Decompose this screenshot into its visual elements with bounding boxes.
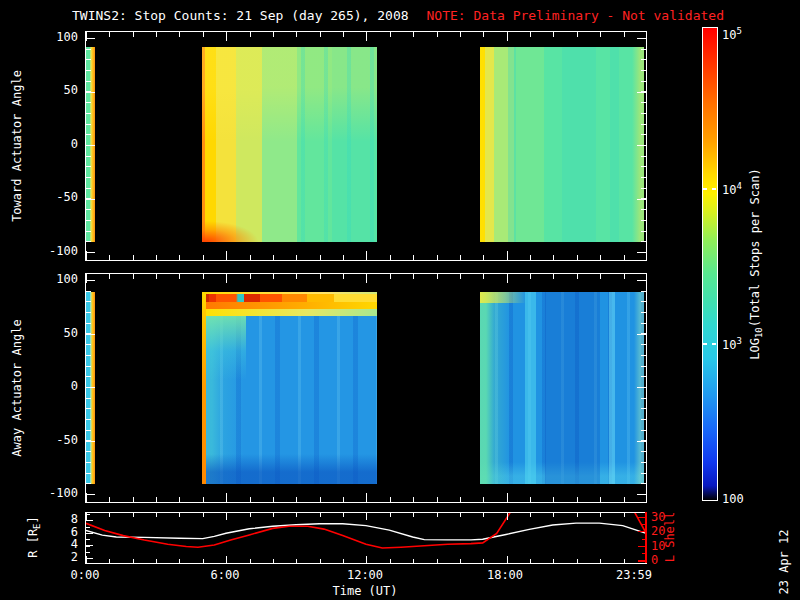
away-block3-bright-streak bbox=[609, 292, 615, 484]
away-data-block-1655-2359 bbox=[480, 292, 644, 484]
away-ytick: 50 bbox=[40, 327, 78, 340]
away-yticks-right-major bbox=[637, 280, 646, 496]
xtick-1800: 18:00 bbox=[475, 568, 535, 582]
away-top-band-orange bbox=[202, 302, 377, 309]
toward-axis-title: Toward Actuator Angle bbox=[10, 70, 24, 222]
colorbar-label-1e3: 103 bbox=[722, 336, 742, 352]
toward-data-block-1655-2359 bbox=[480, 47, 644, 242]
r-ytick: 2 bbox=[56, 551, 78, 564]
lshell-axis-title: L Shell bbox=[663, 512, 677, 563]
datestamp: 23 Apr 12 bbox=[777, 529, 791, 594]
xtick-0000: 0:00 bbox=[55, 568, 115, 582]
ephemeris-line-panel bbox=[85, 512, 647, 564]
xtick-1200: 12:00 bbox=[335, 568, 395, 582]
toward-ytick: 0 bbox=[40, 138, 78, 151]
toward-xticks-bottom-major bbox=[86, 251, 646, 260]
toward-data-block-0500-1230 bbox=[202, 47, 377, 242]
plot-title: TWINS2: Stop Counts: 21 Sep (day 265), 2… bbox=[72, 8, 409, 23]
away-ytick: 100 bbox=[40, 273, 78, 286]
line-xticks-bottom-major bbox=[86, 556, 646, 563]
colorbar bbox=[702, 27, 718, 501]
series-r_re bbox=[86, 523, 646, 540]
away-ytick: -50 bbox=[40, 434, 78, 447]
away-block3-cyan-column bbox=[525, 292, 536, 484]
lshell-axis-line bbox=[645, 512, 647, 563]
toward-spectrogram-panel bbox=[85, 31, 647, 261]
away-axis-title: Away Actuator Angle bbox=[10, 319, 24, 456]
r-axis-title: R [RE] bbox=[26, 516, 42, 558]
toward-block3-streak bbox=[508, 47, 516, 242]
lshell-ytick: 0 bbox=[651, 554, 658, 567]
away-xticks-top-major bbox=[86, 274, 646, 283]
xtick-0600: 6:00 bbox=[195, 568, 255, 582]
toward-ytick: 50 bbox=[40, 84, 78, 97]
away-block3-dark-band bbox=[545, 292, 600, 484]
plot-page: TWINS2: Stop Counts: 21 Sep (day 265), 2… bbox=[0, 0, 800, 600]
toward-block3-streak bbox=[562, 47, 596, 242]
xaxis-title: Time (UT) bbox=[305, 584, 425, 598]
toward-ytick: -50 bbox=[40, 191, 78, 204]
toward-yticks-left-major bbox=[86, 38, 95, 254]
away-block2-wedge bbox=[206, 316, 246, 380]
away-block3-yellow-wedge bbox=[480, 292, 526, 303]
line-xticks-top-major bbox=[86, 513, 646, 520]
away-top-band-yellow2 bbox=[202, 309, 377, 316]
toward-block3-streak bbox=[610, 47, 619, 242]
colorbar-label-100: 100 bbox=[722, 490, 744, 506]
colorbar-tick-1e4 bbox=[703, 188, 717, 190]
preliminary-note: NOTE: Data Preliminary - Not validated bbox=[427, 8, 724, 23]
away-xticks-bottom-major bbox=[86, 493, 646, 502]
away-ytick: 0 bbox=[40, 380, 78, 393]
colorbar-label-1e5: 105 bbox=[722, 26, 742, 42]
colorbar-label-1e4: 104 bbox=[722, 181, 742, 197]
xtick-2359: 23:59 bbox=[604, 568, 664, 582]
line-yticks-left-major bbox=[86, 520, 93, 560]
toward-xticks-top-major bbox=[86, 32, 646, 41]
colorbar-tick-1e3 bbox=[703, 343, 717, 345]
toward-ytick: -100 bbox=[40, 245, 78, 258]
title-row: TWINS2: Stop Counts: 21 Sep (day 265), 2… bbox=[72, 8, 724, 23]
away-ytick: -100 bbox=[40, 487, 78, 500]
colorbar-title: LOG10(Total Stops per Scan) bbox=[748, 168, 764, 359]
away-block2-left-column bbox=[202, 292, 206, 484]
toward-ytick: 100 bbox=[40, 31, 78, 44]
away-data-block-0500-1230 bbox=[202, 292, 377, 484]
away-yticks-left-major bbox=[86, 280, 95, 496]
toward-block2-streaks bbox=[282, 47, 377, 242]
toward-yticks-right-major bbox=[637, 38, 646, 254]
away-spectrogram-panel bbox=[85, 273, 647, 503]
away-top-band-red bbox=[202, 294, 377, 302]
